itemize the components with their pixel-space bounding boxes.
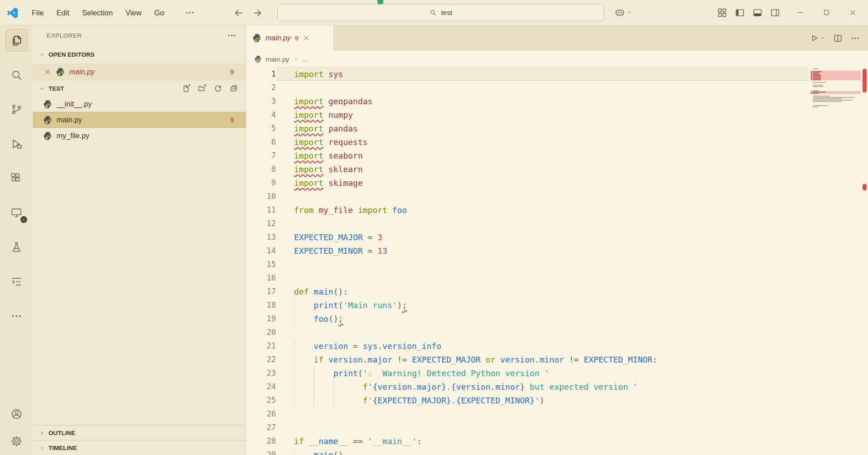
command-center-search[interactable]: test: [277, 4, 604, 21]
line-number[interactable]: 5: [246, 121, 276, 135]
code-line[interactable]: 2: [246, 81, 808, 94]
workspace-header[interactable]: TEST: [33, 81, 246, 96]
open-editors-header[interactable]: OPEN EDITORS: [33, 45, 246, 63]
activity-source-control-button[interactable]: [5, 98, 28, 121]
line-number[interactable]: 21: [246, 339, 276, 353]
breadcrumb-item-more[interactable]: ...: [303, 55, 309, 63]
minimap[interactable]: [811, 68, 861, 107]
line-number[interactable]: 4: [246, 108, 276, 121]
code-line[interactable]: 26: [246, 407, 808, 421]
maximize-button[interactable]: [815, 0, 837, 25]
settings-button[interactable]: [5, 430, 28, 452]
line-number[interactable]: 26: [246, 407, 276, 421]
line-number[interactable]: 22: [246, 353, 276, 366]
line-number[interactable]: 8: [246, 162, 276, 176]
code-line[interactable]: 10: [246, 189, 808, 203]
code-line[interactable]: 13EXPECTED_MAJOR = 3: [246, 230, 808, 244]
menu-view[interactable]: View: [119, 5, 148, 20]
line-number[interactable]: 20: [246, 325, 276, 339]
menu-edit[interactable]: Edit: [50, 5, 76, 20]
close-editor-button[interactable]: [44, 68, 51, 76]
line-number[interactable]: 10: [246, 189, 276, 203]
code-line[interactable]: 12: [246, 217, 808, 230]
tree-item-init-py[interactable]: __init__.py: [33, 96, 246, 112]
run-button[interactable]: [810, 34, 825, 43]
line-number[interactable]: 13: [246, 230, 276, 244]
breadcrumb-item-file[interactable]: main.py: [265, 55, 289, 63]
code-line[interactable]: 18 print('Main runs');: [246, 298, 808, 312]
code-line[interactable]: 25 f'{EXPECTED_MAJOR}.{EXPECTED_MINOR}'): [246, 393, 808, 407]
line-number[interactable]: 27: [246, 421, 276, 434]
code-line[interactable]: 3import geopandas: [246, 94, 808, 108]
back-button[interactable]: [232, 7, 245, 18]
line-number[interactable]: 19: [246, 312, 276, 325]
tree-item-main-py[interactable]: main.py 9: [33, 112, 246, 128]
collapse-all-button[interactable]: [229, 84, 238, 93]
line-number[interactable]: 16: [246, 271, 276, 285]
line-number[interactable]: 14: [246, 244, 276, 257]
activity-testing-button[interactable]: [5, 236, 28, 258]
line-number[interactable]: 2: [246, 81, 276, 94]
new-folder-button[interactable]: [198, 84, 207, 93]
editor-more-button[interactable]: [850, 34, 860, 43]
code-line[interactable]: 21 version = sys.version_info: [246, 339, 808, 353]
menu-more-button[interactable]: [183, 7, 197, 19]
code-line[interactable]: 27: [246, 421, 808, 434]
menu-file[interactable]: File: [25, 5, 50, 20]
open-editor-item[interactable]: main.py 9: [33, 63, 246, 81]
code-line[interactable]: 7import seaborn: [246, 149, 808, 162]
explorer-more-button[interactable]: [227, 31, 236, 40]
activity-debug-button[interactable]: [5, 132, 28, 155]
line-number[interactable]: 28: [246, 434, 276, 448]
activity-remote-button[interactable]: [5, 201, 28, 224]
line-number[interactable]: 23: [246, 366, 276, 380]
line-number[interactable]: 24: [246, 380, 276, 393]
forward-button[interactable]: [251, 7, 264, 18]
code-line[interactable]: 9import skimage: [246, 176, 808, 189]
code-line[interactable]: 29 main(): [246, 448, 808, 455]
customize-layout-button[interactable]: [716, 7, 728, 18]
new-file-button[interactable]: [182, 84, 191, 93]
code-line[interactable]: 20: [246, 325, 808, 339]
code-line[interactable]: 16: [246, 271, 808, 285]
line-number[interactable]: 12: [246, 217, 276, 230]
tree-item-my-file-py[interactable]: my_file.py: [33, 128, 246, 144]
close-button[interactable]: [842, 0, 863, 25]
toggle-secondary-sidebar-button[interactable]: [769, 7, 781, 18]
activity-explorer-button[interactable]: [5, 29, 28, 52]
code-line[interactable]: 6import requests: [246, 135, 808, 149]
line-number[interactable]: 15: [246, 257, 276, 271]
menu-selection[interactable]: Selection: [76, 5, 119, 20]
code-line[interactable]: 28if __name__ == '__main__':: [246, 434, 808, 448]
activity-search-button[interactable]: [5, 63, 28, 86]
line-number[interactable]: 3: [246, 94, 276, 108]
code-line[interactable]: 11from my_file import foo: [246, 203, 808, 217]
line-number[interactable]: 17: [246, 285, 276, 298]
copilot-button[interactable]: [614, 7, 632, 18]
account-button[interactable]: [5, 402, 28, 425]
code-line[interactable]: 17def main():: [246, 285, 808, 298]
timeline-section-header[interactable]: TIMELINE: [33, 440, 246, 455]
activity-outline-button[interactable]: [5, 270, 28, 293]
code-line[interactable]: 8import sklearn: [246, 162, 808, 176]
code-line[interactable]: 15: [246, 257, 808, 271]
menu-go[interactable]: Go: [148, 5, 170, 20]
line-number[interactable]: 7: [246, 149, 276, 162]
toggle-sidebar-button[interactable]: [733, 7, 746, 18]
code-line[interactable]: 1import sys: [246, 67, 808, 81]
code-line[interactable]: 22 if version.major != EXPECTED_MAJOR or…: [246, 353, 808, 366]
line-number[interactable]: 1: [246, 67, 276, 81]
line-number[interactable]: 9: [246, 176, 276, 189]
overview-ruler[interactable]: [861, 67, 868, 455]
toggle-panel-button[interactable]: [751, 7, 764, 18]
activity-extensions-button[interactable]: [5, 167, 28, 189]
tab-close-button[interactable]: [303, 34, 310, 42]
code-line[interactable]: 24 f'{version.major}.{version.minor} but…: [246, 380, 808, 393]
line-number[interactable]: 18: [246, 298, 276, 312]
outline-section-header[interactable]: OUTLINE: [33, 425, 246, 440]
line-number[interactable]: 6: [246, 135, 276, 149]
line-number[interactable]: 29: [246, 448, 276, 455]
code-area[interactable]: 1import sys23import geopandas4import num…: [246, 67, 868, 455]
code-line[interactable]: 19 foo();: [246, 312, 808, 325]
activity-more-button[interactable]: [5, 305, 28, 327]
